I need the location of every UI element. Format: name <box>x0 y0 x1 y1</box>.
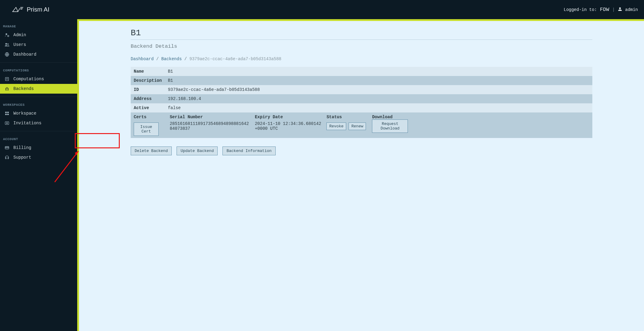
cert-serial: 285161681118917354689489888164284073837 <box>168 121 253 131</box>
cert-row: 285161681118917354689489888164284073837 … <box>168 119 589 133</box>
side-heading-workspaces: WORKSPACES <box>0 98 77 109</box>
update-backend-button[interactable]: Update Backend <box>177 147 218 155</box>
label-certs: Certs <box>134 115 162 119</box>
breadcrumb-backends[interactable]: Backends <box>161 57 182 61</box>
login-status: Logged-in to: FDW | admin <box>564 7 638 12</box>
sidebar-item-label: Backends <box>13 86 34 91</box>
svg-rect-16 <box>5 114 7 115</box>
globe-icon <box>4 52 10 57</box>
user-name[interactable]: admin <box>625 7 638 12</box>
computations-icon <box>4 77 10 81</box>
cert-header-download: Download <box>370 115 407 119</box>
side-heading-manage: MANAGE <box>0 23 77 30</box>
sidebar-item-admin[interactable]: Admin <box>0 30 77 40</box>
backend-information-button[interactable]: Backend Information <box>222 147 275 155</box>
value-description: B1 <box>165 76 592 85</box>
side-heading-computations: COMPUTATIONS <box>0 64 77 74</box>
issue-cert-button[interactable]: Issue Cert <box>134 122 159 136</box>
svg-rect-15 <box>7 112 9 113</box>
cert-header-status: Status <box>325 115 370 119</box>
sidebar-item-label: Users <box>13 42 26 47</box>
sidebar-item-dashboard[interactable]: Dashboard <box>0 50 77 59</box>
sidebar-item-label: Billing <box>13 145 31 150</box>
cert-header-expiry: Expiry Date <box>253 115 325 119</box>
svg-point-6 <box>7 43 9 45</box>
brand-logo-icon <box>12 5 24 14</box>
sidebar-item-label: Admin <box>13 33 26 37</box>
svg-rect-14 <box>5 112 7 113</box>
sidebar-item-workspace[interactable]: Workspace <box>0 109 77 118</box>
actions-row: Delete Backend Update Backend Backend In… <box>131 147 592 155</box>
logged-in-label: Logged-in to: <box>564 7 597 12</box>
svg-rect-19 <box>6 122 8 124</box>
annotation-highlight-box <box>75 133 120 148</box>
brand[interactable]: Prism AI <box>12 5 49 14</box>
label-name: Name <box>131 67 165 76</box>
request-download-button[interactable]: Request Download <box>372 119 408 133</box>
sidebar-item-label: Workspace <box>13 111 36 116</box>
row-active: Active false <box>131 103 592 112</box>
row-name: Name B1 <box>131 67 592 76</box>
sidebar-item-label: Computations <box>13 77 44 81</box>
user-cog-icon <box>4 33 10 37</box>
svg-point-12 <box>7 90 8 91</box>
row-certs: Certs Issue Cert Serial Number Expiry Da… <box>131 112 592 138</box>
invitation-icon <box>4 121 10 126</box>
value-name: B1 <box>165 67 592 76</box>
svg-rect-17 <box>7 114 9 115</box>
value-id: 9379ae2c-ccac-4a6e-ada7-b05d3143a588 <box>165 85 592 94</box>
details-table: Name B1 Description B1 ID 9379ae2c-ccac-… <box>131 67 592 138</box>
delete-backend-button[interactable]: Delete Backend <box>131 147 172 155</box>
side-heading-account: ACCOUNT <box>0 133 77 143</box>
sidebar-item-computations[interactable]: Computations <box>0 74 77 84</box>
sidebar-item-label: Invitations <box>13 121 41 126</box>
breadcrumb-dashboard[interactable]: Dashboard <box>131 57 154 61</box>
top-bar: Prism AI Logged-in to: FDW | admin <box>0 0 644 19</box>
sidebar-item-invitations[interactable]: Invitations <box>0 118 77 128</box>
workspace-name[interactable]: FDW <box>600 7 609 12</box>
label-description: Description <box>131 76 165 85</box>
svg-point-5 <box>5 43 7 45</box>
revoke-button[interactable]: Revoke <box>326 122 346 130</box>
sidebar-item-label: Dashboard <box>13 52 36 57</box>
renew-button[interactable]: Renew <box>349 122 366 130</box>
svg-point-4 <box>8 35 9 36</box>
workspace-icon <box>4 111 10 116</box>
label-active: Active <box>131 103 165 112</box>
cert-header-serial: Serial Number <box>168 115 253 119</box>
sidebar: MANAGE Admin Users Dashboard COMPUTATION… <box>0 19 77 331</box>
row-id: ID 9379ae2c-ccac-4a6e-ada7-b05d3143a588 <box>131 85 592 94</box>
support-icon <box>4 155 10 160</box>
main-panel: B1 Backend Details Dashboard / Backends … <box>77 19 644 331</box>
value-address: 192.168.100.4 <box>165 94 592 103</box>
sidebar-item-label: Support <box>13 155 31 160</box>
value-active: false <box>165 103 592 112</box>
billing-icon <box>4 145 10 150</box>
cert-expiry: 2024-11-10 12:34:36.680142 +0000 UTC <box>253 121 325 131</box>
breadcrumb-id: 9379ae2c-ccac-4a6e-ada7-b05d3143a588 <box>189 57 281 61</box>
row-address: Address 192.168.100.4 <box>131 94 592 103</box>
svg-point-3 <box>5 33 7 35</box>
page-subtitle: Backend Details <box>131 40 592 49</box>
page-title: B1 <box>131 28 592 38</box>
backends-icon <box>4 86 10 91</box>
users-icon <box>4 42 10 47</box>
divider: | <box>612 7 615 12</box>
sidebar-item-backends[interactable]: Backends <box>0 84 77 94</box>
user-icon <box>618 7 622 12</box>
row-description: Description B1 <box>131 76 592 85</box>
sidebar-item-billing[interactable]: Billing <box>0 143 77 153</box>
sidebar-item-users[interactable]: Users <box>0 40 77 50</box>
label-id: ID <box>131 85 165 94</box>
brand-text: Prism AI <box>27 6 49 13</box>
svg-point-13 <box>8 90 9 91</box>
sidebar-item-support[interactable]: Support <box>0 153 77 162</box>
svg-point-11 <box>5 90 6 91</box>
breadcrumb: Dashboard / Backends / 9379ae2c-ccac-4a6… <box>131 57 592 61</box>
label-address: Address <box>131 94 165 103</box>
svg-rect-21 <box>5 147 9 148</box>
